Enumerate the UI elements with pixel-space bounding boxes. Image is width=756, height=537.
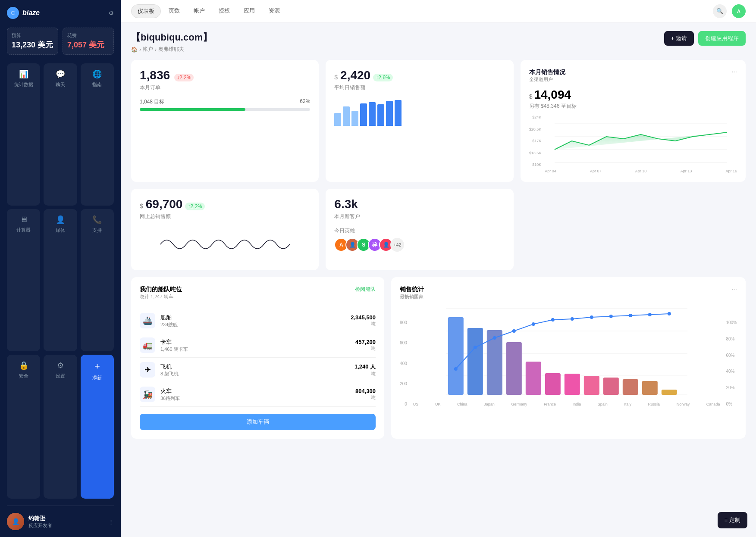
customize-button[interactable]: ≡ 定制 xyxy=(718,512,747,528)
label-uk: UK xyxy=(435,402,441,406)
sidebar-item-add[interactable]: + 添新 xyxy=(81,355,114,499)
sidebar-item-settings[interactable]: ⚙ 设置 xyxy=(44,355,77,499)
expense-card: 花费 7,057 美元 xyxy=(63,28,114,55)
daily-currency: $ xyxy=(334,74,338,81)
user-more-icon[interactable]: ⋮ xyxy=(108,518,114,525)
dot-uk xyxy=(474,346,477,349)
add-label: 添新 xyxy=(92,375,102,381)
bar-india xyxy=(565,374,580,395)
support-label: 支持 xyxy=(92,227,102,234)
progress-bar xyxy=(140,108,310,111)
dot-norway xyxy=(648,313,652,316)
invite-button[interactable]: + 邀请 xyxy=(664,31,694,46)
search-button[interactable]: 🔍 xyxy=(713,4,727,18)
dot-japan xyxy=(512,329,516,333)
top-nav: 仪表板 页数 帐户 授权 应用 资源 🔍 A xyxy=(121,0,756,22)
train-unit: 吨 xyxy=(355,394,376,401)
bar-6 xyxy=(377,104,384,126)
daily-sales-change: ↑2.6% xyxy=(373,74,392,81)
dot-china xyxy=(493,336,496,340)
monthly-amount: 14,094 xyxy=(534,88,571,102)
tab-dashboard[interactable]: 仪表板 xyxy=(131,4,161,18)
chart-y-right: 100%80%60%40%20%0% xyxy=(724,320,737,406)
user-nav-button[interactable]: A xyxy=(732,4,746,18)
train-num: 804,300 xyxy=(355,388,376,394)
sales-chart-card: 销售统计 最畅销国家 ⋯ 8006004002000 xyxy=(391,277,746,439)
ship-icon: 🚢 xyxy=(140,313,155,328)
nav-grid: 📊 统计数据 💬 聊天 🌐 指南 🖥 计算器 👤 媒体 📞 支持 🔒 安全 ⚙ xyxy=(7,63,114,499)
tab-pages[interactable]: 页数 xyxy=(163,4,186,18)
label-china: China xyxy=(457,402,467,406)
bar-1 xyxy=(334,113,341,126)
truck-unit: 吨 xyxy=(355,345,376,352)
tab-auth[interactable]: 授权 xyxy=(213,4,236,18)
sidebar-settings-icon[interactable]: ⚙ xyxy=(109,10,114,16)
bar-russia xyxy=(623,379,638,395)
monthly-sales-title: 本月销售情况 xyxy=(529,69,565,76)
fleet-link[interactable]: 检阅船队 xyxy=(355,286,376,293)
sales-chart-svg xyxy=(412,309,721,399)
y-axis: $24K$20.5K$17K$13.5K$10K xyxy=(529,115,543,167)
avatar-count: +42 xyxy=(390,238,404,252)
user-name: 约翰逊 xyxy=(28,515,104,522)
security-label: 安全 xyxy=(19,373,28,379)
sidebar-item-chat[interactable]: 💬 聊天 xyxy=(44,63,77,206)
expense-label: 花费 xyxy=(67,32,109,39)
wave-svg xyxy=(140,227,310,262)
tab-resources[interactable]: 资源 xyxy=(263,4,286,18)
bar-japan xyxy=(506,342,522,395)
label-us: US xyxy=(413,402,419,406)
bar-2 xyxy=(343,106,350,126)
media-icon: 👤 xyxy=(56,215,65,225)
truck-info: 卡车 1,460 辆卡车 xyxy=(160,338,350,353)
orders-label: 本月订单 xyxy=(140,84,310,91)
bar-uk xyxy=(467,328,483,395)
logo-icon: ⬡ xyxy=(7,7,19,19)
label-spain: Spain xyxy=(598,402,608,406)
logo-text: blaze xyxy=(22,9,40,17)
online-sales-value: 69,700 xyxy=(146,197,183,211)
plane-num: 1,240 人 xyxy=(354,363,376,371)
sales-chart-more[interactable]: ⋯ xyxy=(731,286,737,292)
fleet-header: 我们的船队吨位 总计 1,247 辆车 检阅船队 xyxy=(140,286,376,307)
sidebar-item-security[interactable]: 🔒 安全 xyxy=(7,355,40,499)
ship-info: 船舶 234艘舰 xyxy=(160,314,345,328)
bars-area: US UK China Japan Germany France India S… xyxy=(412,309,721,406)
stats-label: 统计数据 xyxy=(14,81,33,88)
page-title: 【biqubiqu.com】 xyxy=(131,31,212,44)
online-currency: $ xyxy=(140,203,143,209)
bar-china xyxy=(487,330,502,395)
dot-france xyxy=(551,318,555,322)
sales-chart-title: 销售统计 xyxy=(400,286,424,293)
guide-label: 指南 xyxy=(92,81,102,88)
chart-y-left: 8006004002000 xyxy=(400,320,409,406)
stats-grid-1: 1,836 ↓2.2% 本月订单 1,048 目标 62% $ xyxy=(131,60,746,182)
tab-apps[interactable]: 应用 xyxy=(238,4,261,18)
sidebar-item-support[interactable]: 📞 支持 xyxy=(81,209,114,351)
breadcrumb-current: 奥弗维耶夫 xyxy=(158,46,184,53)
chat-label: 聊天 xyxy=(56,81,65,88)
fleet-card: 我们的船队吨位 总计 1,247 辆车 检阅船队 🚢 船舶 234艘舰 2,34… xyxy=(131,277,384,439)
sidebar-item-media[interactable]: 👤 媒体 xyxy=(44,209,77,351)
monthly-sales-card: 本月销售情况 全渠道用户 ⋯ $ 14,094 另有 $48,346 至目标 $… xyxy=(521,60,746,182)
nav-icons: 🔍 A xyxy=(713,4,746,18)
label-india: India xyxy=(573,402,581,406)
train-icon: 🚂 xyxy=(140,387,155,402)
dot-italy xyxy=(609,315,613,318)
plane-value: 1,240 人 吨 xyxy=(354,363,376,377)
bar-5 xyxy=(369,102,376,126)
sidebar-item-calc[interactable]: 🖥 计算器 xyxy=(7,209,40,351)
train-value: 804,300 吨 xyxy=(355,388,376,401)
sidebar-item-guide[interactable]: 🌐 指南 xyxy=(81,63,114,206)
stats-icon: 📊 xyxy=(19,69,28,79)
truck-value: 457,200 吨 xyxy=(355,339,376,352)
sidebar-item-stats[interactable]: 📊 统计数据 xyxy=(7,63,40,206)
ship-num: 2,345,500 xyxy=(351,314,376,321)
monthly-sales-more[interactable]: ⋯ xyxy=(731,69,737,75)
header-actions: + 邀请 创建应用程序 xyxy=(664,31,746,46)
create-app-button[interactable]: 创建应用程序 xyxy=(698,31,746,46)
label-canada: Canada xyxy=(706,402,720,406)
tab-accounts[interactable]: 帐户 xyxy=(188,4,211,18)
fleet-item-plane: ✈ 飞机 8 架飞机 1,240 人 吨 xyxy=(140,358,376,382)
add-vehicle-button[interactable]: 添加车辆 xyxy=(140,414,376,430)
